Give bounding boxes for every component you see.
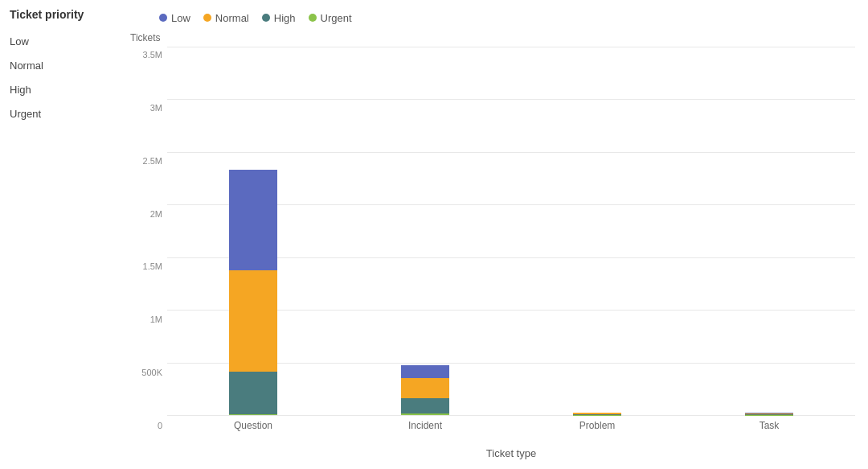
bar-stack	[229, 170, 277, 415]
legend: Low Normal High Urgent	[127, 6, 855, 32]
x-label-problem: Problem	[511, 420, 683, 431]
legend-label-urgent: Urgent	[321, 12, 352, 24]
legend-label-high: High	[274, 12, 296, 24]
x-axis: QuestionIncidentProblemTask	[167, 415, 855, 447]
x-axis-title: Ticket type	[167, 447, 855, 463]
y-axis-label: 0	[158, 421, 167, 430]
y-axis-label: 3M	[150, 103, 167, 113]
chart-plot: QuestionIncidentProblemTask Ticket type	[167, 47, 855, 463]
sidebar-title: Ticket priority	[0, 0, 121, 29]
x-label-incident: Incident	[339, 420, 511, 431]
bar-group-incident	[339, 365, 511, 415]
sidebar-item-low[interactable]: Low	[0, 29, 121, 53]
bars-container	[167, 47, 855, 415]
bar-segment-urgent	[401, 413, 449, 415]
bar-stack	[401, 365, 449, 415]
bar-segment-urgent	[229, 414, 277, 415]
legend-item-low: Low	[159, 12, 190, 24]
legend-dot-normal	[203, 14, 211, 22]
sidebar-item-urgent[interactable]: Urgent	[0, 101, 121, 125]
chart-area: 3.5M3M2.5M2M1.5M1M500K0 QuestionIncident…	[127, 47, 855, 463]
y-axis-label: 1M	[150, 315, 167, 324]
bar-stack	[573, 413, 621, 415]
bar-group-task	[683, 413, 855, 415]
grid-line	[167, 415, 855, 416]
y-axis-label: 3.5M	[143, 50, 167, 60]
legend-dot-urgent	[309, 14, 317, 22]
sidebar-item-normal[interactable]: Normal	[0, 53, 121, 77]
bar-segment-low	[401, 365, 449, 378]
y-axis: 3.5M3M2.5M2M1.5M1M500K0	[127, 47, 167, 463]
legend-dot-low	[159, 14, 167, 22]
bar-group-question	[167, 170, 339, 415]
y-axis-label: 2.5M	[143, 156, 167, 166]
bar-segment-high	[229, 372, 277, 414]
legend-item-urgent: Urgent	[309, 12, 352, 24]
x-label-task: Task	[683, 420, 855, 431]
legend-item-high: High	[262, 12, 296, 24]
bar-segment-normal	[229, 270, 277, 372]
y-axis-label: 1.5M	[143, 261, 167, 271]
bar-group-problem	[511, 413, 683, 415]
legend-dot-high	[262, 14, 270, 22]
bar-segment-high	[401, 398, 449, 413]
y-axis-label: 500K	[141, 368, 167, 377]
bar-segment-normal	[401, 378, 449, 398]
legend-label-low: Low	[171, 12, 190, 24]
chart-container: Low Normal High Urgent Tickets 3.5M3M2.5…	[121, 0, 868, 469]
sidebar: Ticket priority Low Normal High Urgent	[0, 0, 121, 469]
y-axis-label: 2M	[150, 209, 167, 219]
grid-and-bars	[167, 47, 855, 415]
legend-item-normal: Normal	[203, 12, 249, 24]
x-label-question: Question	[167, 420, 339, 431]
y-axis-title: Tickets	[127, 32, 855, 47]
bar-segment-low	[229, 170, 277, 271]
legend-label-normal: Normal	[215, 12, 249, 24]
sidebar-item-high[interactable]: High	[0, 77, 121, 101]
bar-stack	[745, 413, 793, 415]
